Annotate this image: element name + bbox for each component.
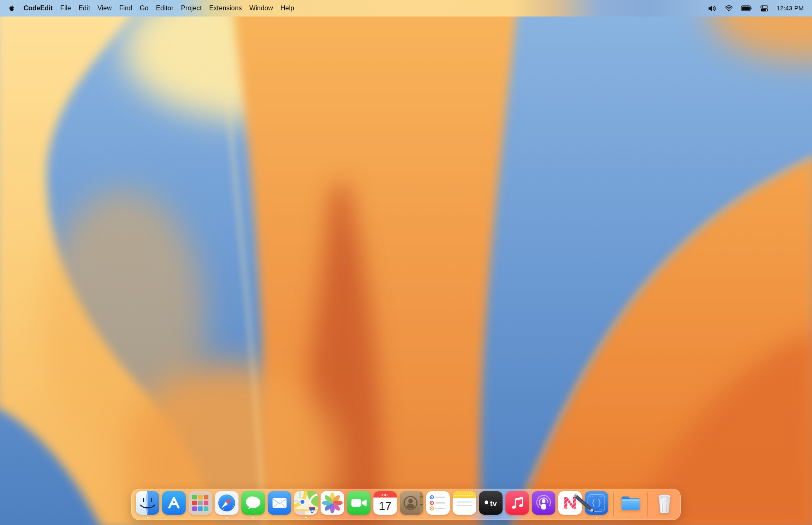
menu-editor[interactable]: Editor	[152, 5, 177, 12]
dock-separator	[613, 492, 614, 516]
menu-clock[interactable]: 12:43 PM	[777, 5, 804, 12]
dock-item-finder[interactable]	[136, 491, 159, 515]
dock-item-notes[interactable]	[453, 491, 476, 515]
menu-extensions[interactable]: Extensions	[205, 5, 245, 12]
dock-item-podcasts[interactable]	[532, 491, 555, 515]
tv-logo-text: tv	[490, 499, 497, 508]
dock-item-photos[interactable]	[321, 491, 344, 515]
menu-help[interactable]: Help	[277, 5, 298, 12]
menu-go[interactable]: Go	[136, 5, 153, 12]
battery-icon[interactable]	[741, 5, 752, 11]
running-indicator	[305, 517, 307, 519]
menu-file[interactable]: File	[57, 5, 75, 12]
menu-find[interactable]: Find	[116, 5, 136, 12]
dock-item-mail[interactable]	[268, 491, 291, 515]
dock-item-calendar[interactable]: JUL 17	[373, 491, 397, 515]
wifi-icon[interactable]	[725, 5, 733, 12]
dock-item-messages[interactable]	[241, 491, 265, 515]
shield-number: 280	[310, 509, 314, 512]
desktop: CodeEdit File Edit View Find Go Editor P…	[0, 0, 812, 525]
dock-item-reminders[interactable]	[426, 491, 450, 515]
dock-separator	[647, 492, 648, 516]
running-indicator	[253, 517, 255, 519]
dock-item-maps[interactable]: 280	[294, 491, 318, 515]
dock-item-facetime[interactable]	[347, 491, 371, 515]
apple-menu-icon[interactable]	[9, 5, 15, 12]
dock-item-launchpad[interactable]	[189, 491, 212, 515]
dock-item-safari[interactable]	[215, 491, 238, 515]
menu-status-area: 12:43 PM	[708, 5, 812, 12]
dock-item-app-store[interactable]	[162, 491, 186, 515]
dock-item-music[interactable]	[505, 491, 529, 515]
running-indicator	[147, 517, 149, 519]
dock-item-codeedit[interactable]	[585, 491, 608, 515]
control-center-icon[interactable]	[760, 5, 768, 12]
volume-icon[interactable]	[708, 5, 717, 12]
running-indicator	[596, 517, 598, 519]
dock-item-downloads-folder[interactable]	[619, 491, 642, 515]
menu-edit[interactable]: Edit	[75, 5, 94, 12]
calendar-month: JUL	[381, 493, 389, 497]
desktop-wallpaper	[0, 0, 812, 525]
menu-view[interactable]: View	[94, 5, 116, 12]
calendar-day: 17	[379, 499, 392, 512]
menu-project[interactable]: Project	[177, 5, 205, 12]
menu-bar: CodeEdit File Edit View Find Go Editor P…	[0, 0, 812, 17]
dock: 280	[131, 489, 681, 520]
menu-app-name[interactable]: CodeEdit	[20, 5, 57, 12]
dock-item-trash[interactable]	[653, 491, 676, 515]
dock-item-news[interactable]	[558, 491, 582, 515]
dock-item-tv[interactable]: tv	[479, 491, 503, 515]
dock-item-contacts[interactable]	[400, 491, 423, 515]
running-indicator	[226, 517, 228, 519]
menu-window[interactable]: Window	[245, 5, 277, 12]
